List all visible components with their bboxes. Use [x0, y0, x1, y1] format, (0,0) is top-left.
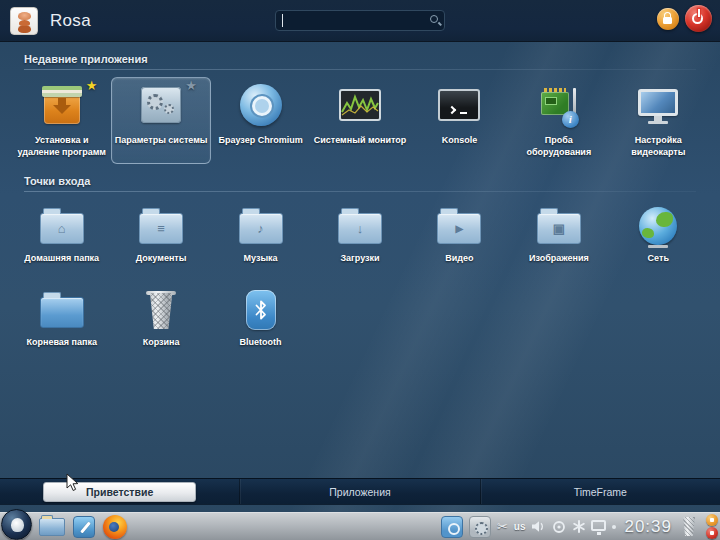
text-editor-icon[interactable]: [73, 516, 95, 538]
app-tile-video-settings[interactable]: Настройка видеокарты: [609, 77, 708, 164]
place-tile-trash[interactable]: Корзина: [111, 283, 210, 355]
launcher-topbar: Rosa: [0, 0, 720, 42]
entry-points-grid-row2: Корневая папка Корзина Bluetooth: [0, 279, 720, 355]
place-label: Видео: [413, 253, 506, 265]
place-tile-network[interactable]: Сеть: [609, 199, 708, 271]
section-title: Точки входа: [24, 175, 696, 187]
tab-label: TimeFrame: [574, 486, 627, 498]
desktop: Rosa Недавние приложения: [0, 0, 720, 540]
tab-label: Приложения: [329, 486, 390, 498]
entry-points-grid-row1: ⌂ Домашняя папка ≡ Документы ♪ Музыка ↓: [0, 195, 720, 271]
trash-tray-icon[interactable]: [682, 517, 696, 536]
place-tile-music[interactable]: ♪ Музыка: [211, 199, 310, 271]
app-tile-chromium[interactable]: Браузер Chromium: [211, 77, 310, 164]
text-caret: [282, 14, 283, 27]
chromium-icon: [238, 82, 284, 130]
app-label: Установка и удаление программ: [15, 135, 108, 158]
favorite-star-icon: ★: [185, 78, 197, 93]
terminal-icon: [436, 82, 482, 130]
network-globe-icon: [635, 204, 681, 248]
documents-folder-icon: ≡: [138, 204, 184, 248]
downloads-folder-icon: ↓: [337, 204, 383, 248]
place-tile-pictures[interactable]: ▣ Изображения: [509, 199, 608, 271]
lock-screen-button[interactable]: [657, 8, 679, 30]
info-icon: i: [562, 111, 579, 128]
mouse-cursor: [66, 473, 80, 497]
bluetooth-icon: [238, 288, 284, 332]
app-tile-system-monitor[interactable]: Системный монитор: [310, 77, 409, 164]
home-folder-icon: ⌂: [39, 204, 85, 248]
clock[interactable]: 20:39: [622, 517, 674, 537]
place-label: Музыка: [214, 253, 307, 265]
place-label: Загрузки: [313, 253, 406, 265]
camera-app-icon[interactable]: [441, 516, 463, 538]
place-tile-downloads[interactable]: ↓ Загрузки: [310, 199, 409, 271]
favorite-star-icon: ★: [86, 78, 98, 93]
power-mini-button[interactable]: [706, 527, 718, 539]
display-settings-icon: [635, 82, 681, 130]
music-folder-icon: ♪: [238, 204, 284, 248]
place-label: Сеть: [612, 253, 705, 265]
recent-apps-grid: ★ Установка и удаление программ ★ Параме…: [0, 73, 720, 164]
system-settings-icon: [138, 82, 184, 130]
tab-timeframe[interactable]: TimeFrame: [480, 479, 720, 504]
keyboard-layout-indicator[interactable]: us: [514, 521, 526, 532]
hardware-info-icon: i: [536, 82, 582, 130]
app-label: Konsole: [413, 135, 506, 147]
place-label: Документы: [114, 253, 207, 265]
place-label: Корневая папка: [15, 337, 108, 349]
os-title: Rosa: [50, 11, 91, 31]
place-label: Домашняя папка: [15, 253, 108, 265]
app-label: Браузер Chromium: [214, 135, 307, 147]
app-menu-button[interactable]: [1, 509, 32, 540]
taskbar: ✂ us 20:39: [0, 512, 720, 540]
video-folder-icon: ▶: [436, 204, 482, 248]
place-tile-root[interactable]: Корневая папка: [12, 283, 111, 355]
tray-expander-icon[interactable]: [612, 525, 616, 529]
power-button[interactable]: [685, 5, 712, 32]
settings-task-icon[interactable]: [469, 516, 491, 538]
place-tile-video[interactable]: ▶ Видео: [410, 199, 509, 271]
place-label: Корзина: [114, 337, 207, 349]
search-field-wrap: [275, 10, 445, 31]
pictures-folder-icon: ▣: [536, 204, 582, 248]
tab-applications[interactable]: Приложения: [239, 479, 479, 504]
place-label: Bluetooth: [214, 337, 307, 349]
entry-points-section-header: Точки входа: [12, 166, 708, 195]
system-tray: ✂ us 20:39: [441, 514, 720, 539]
section-title: Недавние приложения: [24, 53, 696, 65]
app-tile-konsole[interactable]: Konsole: [410, 77, 509, 164]
volume-icon[interactable]: [531, 520, 546, 533]
simplewelcome-launcher: Rosa Недавние приложения: [0, 0, 720, 512]
root-folder-icon: [39, 288, 85, 332]
clipboard-scissors-icon[interactable]: ✂: [497, 519, 508, 534]
recent-apps-section-header: Недавние приложения: [12, 44, 708, 73]
app-label: Параметры системы: [114, 135, 207, 147]
display-tray-icon[interactable]: [591, 520, 606, 531]
search-icon: [430, 15, 438, 23]
app-tile-install-remove[interactable]: ★ Установка и удаление программ: [12, 77, 111, 164]
app-tile-system-settings[interactable]: ★ Параметры системы: [111, 77, 210, 164]
section-divider: [24, 69, 696, 70]
place-tile-bluetooth[interactable]: Bluetooth: [211, 283, 310, 355]
app-label: Системный монитор: [313, 135, 406, 147]
section-divider: [24, 191, 696, 192]
firefox-icon[interactable]: [103, 515, 127, 539]
place-label: Изображения: [512, 253, 605, 265]
package-installer-icon: [39, 82, 85, 130]
place-tile-documents[interactable]: ≡ Документы: [111, 199, 210, 271]
place-tile-home[interactable]: ⌂ Домашняя папка: [12, 199, 111, 271]
file-manager-icon[interactable]: [39, 518, 65, 536]
tab-welcome[interactable]: Приветствие: [0, 479, 239, 504]
app-label: Настройка видеокарты: [612, 135, 705, 158]
rosa-logo-icon: [10, 7, 38, 35]
network-icon[interactable]: [552, 520, 566, 534]
trash-icon: [138, 288, 184, 332]
search-input[interactable]: [275, 10, 445, 31]
app-tile-hardware-probe[interactable]: i Проба оборудования: [509, 77, 608, 164]
bluetooth-tray-icon[interactable]: [572, 520, 585, 533]
lock-mini-button[interactable]: [706, 514, 718, 526]
launcher-tabbar: Приветствие Приложения TimeFrame: [0, 478, 720, 505]
system-monitor-icon: [337, 82, 383, 130]
app-label: Проба оборудования: [512, 135, 605, 158]
